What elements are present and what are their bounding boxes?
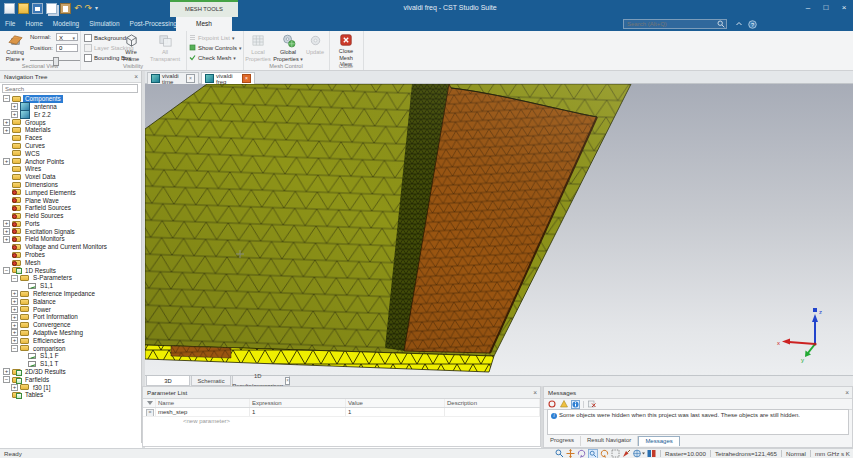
minimize-button[interactable]: – — [799, 0, 817, 16]
expand-icon[interactable]: + — [11, 322, 18, 329]
expand-icon[interactable]: + — [11, 314, 18, 321]
tree-item-probes[interactable]: Probes — [1, 251, 140, 259]
close-tab-icon[interactable]: × — [285, 377, 290, 385]
dock-tab-progress[interactable]: Progress — [544, 436, 581, 446]
tree-item-er-2-2[interactable]: +Er 2.2 — [1, 111, 140, 119]
filter-errors-icon[interactable] — [547, 400, 556, 409]
tree-item-farfield-sources[interactable]: Farfield Sources — [1, 204, 140, 212]
close-button[interactable]: × — [835, 0, 853, 16]
expand-icon[interactable]: + — [3, 127, 10, 134]
tree-item-faces[interactable]: Faces — [1, 134, 140, 142]
expand-icon[interactable]: + — [11, 384, 18, 391]
3d-viewport[interactable]: x z y — [145, 84, 853, 375]
close-panel-icon[interactable]: × — [533, 387, 537, 398]
tree-item-1d-results[interactable]: −1D Results — [1, 267, 140, 275]
pan-icon[interactable] — [566, 449, 575, 458]
tree-item-comparison[interactable]: −comparison — [1, 345, 140, 353]
dock-tab-result-navigator[interactable]: Result Navigator — [581, 436, 638, 446]
position-input[interactable] — [56, 44, 78, 52]
tree-item-2d-3d-results[interactable]: +2D/3D Results — [1, 368, 140, 376]
close-tab-icon[interactable]: × — [242, 74, 251, 83]
tree-search-input[interactable] — [2, 84, 138, 93]
tree-item-anchor-points[interactable]: +Anchor Points — [1, 157, 140, 165]
show-controls-button[interactable]: Show Controls▾ — [189, 44, 242, 51]
tree-item-field-sources[interactable]: Field Sources — [1, 212, 140, 220]
local-properties-button[interactable]: Local Properties — [245, 33, 271, 62]
tree-item-curves[interactable]: Curves — [1, 142, 140, 150]
doc-tab-vivaldi-freq[interactable]: vivaldi freq× — [201, 72, 255, 84]
parameter-description[interactable] — [445, 408, 540, 416]
expand-icon[interactable]: + — [3, 119, 10, 126]
collapse-icon[interactable]: − — [3, 267, 10, 274]
menu-tab-post-processing[interactable]: Post-Processing — [125, 17, 182, 31]
tree-item-adaptive-meshing[interactable]: +Adaptive Meshing — [1, 329, 140, 337]
paste-icon[interactable] — [60, 3, 71, 14]
parameter-row-mesh-step[interactable]: =mesh_step11 — [143, 408, 540, 417]
zoom-icon[interactable] — [555, 449, 564, 458]
dock-tab-messages[interactable]: Messages — [638, 436, 679, 446]
dynamic-zoom-icon[interactable] — [600, 449, 609, 458]
expand-icon[interactable]: + — [11, 298, 18, 305]
redo-icon[interactable]: ↷ — [85, 4, 93, 13]
expand-icon[interactable]: + — [11, 111, 18, 118]
expand-icon[interactable]: + — [3, 236, 10, 243]
view-tab-schematic[interactable]: Schematic — [191, 376, 231, 386]
column-header-value[interactable]: Value — [346, 399, 445, 407]
menu-tab-simulation[interactable]: Simulation — [84, 17, 124, 31]
menu-tab-file[interactable]: File — [0, 17, 20, 31]
global-properties-button[interactable]: Global Properties ▾ — [273, 33, 303, 62]
doc-tab-vivaldi-time[interactable]: vivaldi time× — [147, 72, 199, 84]
rotate-view-icon[interactable] — [577, 449, 586, 458]
tree-item-groups[interactable]: +Groups — [1, 118, 140, 126]
checkbox-box[interactable] — [84, 54, 92, 62]
tree-item-tables[interactable]: Tables — [1, 391, 140, 399]
filter-column[interactable] — [143, 399, 156, 407]
tree-item-voltage-and-current-monitors[interactable]: Voltage and Current Monitors — [1, 243, 140, 251]
view-options-icon[interactable] — [633, 449, 645, 458]
new-project-icon[interactable] — [4, 3, 15, 14]
macro-icon[interactable] — [647, 449, 656, 458]
close-panel-icon[interactable]: × — [845, 387, 849, 398]
tree-item-materials[interactable]: +Materials — [1, 126, 140, 134]
tree-item-port-information[interactable]: +Port Information — [1, 313, 140, 321]
tree-item-mesh[interactable]: Mesh — [1, 259, 140, 267]
collapse-icon[interactable]: − — [3, 95, 10, 102]
filter-warnings-icon[interactable] — [559, 400, 568, 409]
filter-info-icon[interactable] — [571, 400, 580, 409]
expand-icon[interactable]: + — [11, 103, 18, 110]
normal-select[interactable]: X▾ — [56, 33, 78, 41]
menu-tab-modeling[interactable]: Modeling — [48, 17, 84, 31]
menu-tab-home[interactable]: Home — [20, 17, 47, 31]
tree-item-voxel-data[interactable]: Voxel Data — [1, 173, 140, 181]
collapse-icon[interactable]: − — [11, 345, 18, 352]
tree-item-balance[interactable]: +Balance — [1, 298, 140, 306]
tree-item-field-monitors[interactable]: +Field Monitors — [1, 235, 140, 243]
checkbox-box[interactable] — [84, 34, 92, 42]
tree-item-dimensions[interactable]: Dimensions — [1, 181, 140, 189]
column-header-name[interactable]: Name — [156, 399, 250, 407]
clear-messages-icon[interactable] — [587, 400, 596, 409]
new-parameter-row[interactable]: <new parameter> — [143, 417, 540, 425]
parameter-expression[interactable]: 1 — [250, 408, 346, 416]
qat-customize-icon[interactable]: ▾ — [95, 4, 98, 13]
message-list[interactable]: iSome objects were hidden when this proj… — [547, 409, 849, 435]
pick-point-icon[interactable] — [622, 449, 631, 458]
view-tab-1d-results-comparison[interactable]: 1D Results/comparison× — [232, 376, 290, 386]
expand-icon[interactable]: + — [3, 220, 10, 227]
selection-box-icon[interactable] — [611, 449, 620, 458]
zoom-window-icon[interactable] — [588, 449, 598, 458]
view-tab-3d[interactable]: 3D — [146, 376, 190, 386]
parameter-value[interactable]: 1 — [346, 408, 445, 416]
tree-item-plane-wave[interactable]: Plane Wave — [1, 196, 140, 204]
tree-item-f30-1[interactable]: +f30 [1] — [1, 383, 140, 391]
expand-icon[interactable]: + — [3, 228, 10, 235]
tree-item-ports[interactable]: +Ports — [1, 220, 140, 228]
close-tab-icon[interactable]: × — [186, 74, 195, 83]
open-project-icon[interactable] — [18, 3, 29, 14]
collapse-ribbon-icon[interactable] — [735, 20, 743, 29]
checkbox-box[interactable] — [84, 44, 92, 52]
tree-item-convergence[interactable]: +Convergence — [1, 321, 140, 329]
tree-item-wires[interactable]: Wires — [1, 165, 140, 173]
expand-icon[interactable]: + — [11, 306, 18, 313]
collapse-icon[interactable]: − — [3, 376, 10, 383]
